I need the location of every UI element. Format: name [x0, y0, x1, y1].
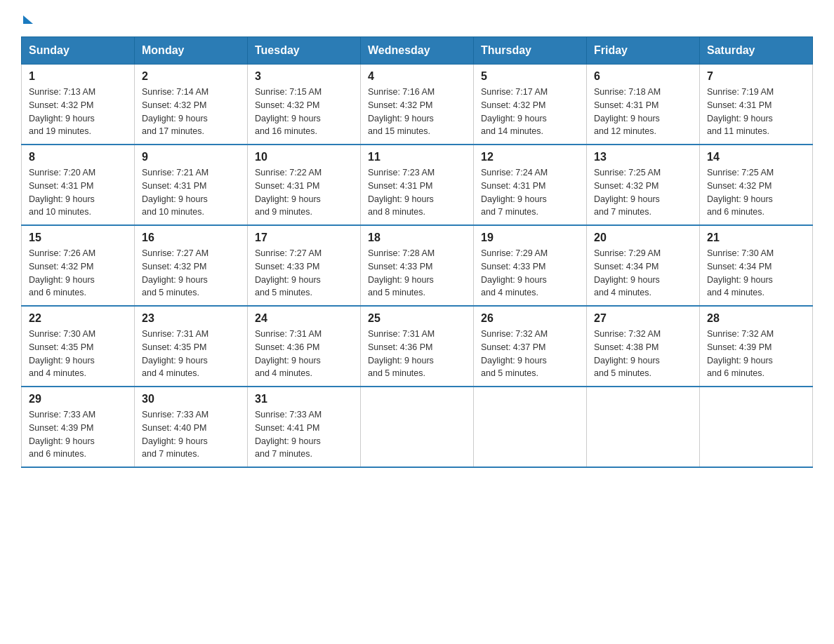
day-number: 18	[368, 232, 466, 244]
calendar-cell: 27 Sunrise: 7:32 AMSunset: 4:38 PMDaylig…	[587, 306, 700, 387]
day-info: Sunrise: 7:22 AMSunset: 4:31 PMDaylight:…	[255, 168, 322, 217]
page-header	[21, 14, 813, 22]
calendar-cell: 15 Sunrise: 7:26 AMSunset: 4:32 PMDaylig…	[22, 225, 135, 306]
day-info: Sunrise: 7:27 AMSunset: 4:33 PMDaylight:…	[255, 248, 322, 297]
calendar-table: SundayMondayTuesdayWednesdayThursdayFrid…	[21, 36, 813, 468]
day-info: Sunrise: 7:32 AMSunset: 4:39 PMDaylight:…	[707, 329, 774, 378]
calendar-cell: 22 Sunrise: 7:30 AMSunset: 4:35 PMDaylig…	[22, 306, 135, 387]
day-info: Sunrise: 7:18 AMSunset: 4:31 PMDaylight:…	[594, 87, 661, 136]
logo-arrow-icon	[23, 15, 33, 24]
calendar-week-row: 1 Sunrise: 7:13 AMSunset: 4:32 PMDayligh…	[22, 65, 813, 145]
day-info: Sunrise: 7:20 AMSunset: 4:31 PMDaylight:…	[29, 168, 95, 217]
day-number: 7	[707, 70, 805, 83]
day-number: 29	[29, 393, 127, 405]
calendar-cell: 9 Sunrise: 7:21 AMSunset: 4:31 PMDayligh…	[135, 145, 248, 225]
day-number: 25	[368, 312, 466, 325]
calendar-cell: 26 Sunrise: 7:32 AMSunset: 4:37 PMDaylig…	[474, 306, 587, 387]
day-info: Sunrise: 7:31 AMSunset: 4:36 PMDaylight:…	[255, 329, 322, 378]
day-number: 1	[29, 70, 127, 83]
calendar-cell: 17 Sunrise: 7:27 AMSunset: 4:33 PMDaylig…	[248, 225, 361, 306]
calendar-cell: 1 Sunrise: 7:13 AMSunset: 4:32 PMDayligh…	[22, 65, 135, 145]
day-info: Sunrise: 7:33 AMSunset: 4:40 PMDaylight:…	[142, 410, 208, 459]
day-info: Sunrise: 7:13 AMSunset: 4:32 PMDaylight:…	[29, 87, 95, 136]
day-number: 27	[594, 312, 692, 325]
day-number: 16	[142, 232, 240, 244]
calendar-cell: 24 Sunrise: 7:31 AMSunset: 4:36 PMDaylig…	[248, 306, 361, 387]
weekday-header-row: SundayMondayTuesdayWednesdayThursdayFrid…	[22, 37, 813, 65]
day-number: 13	[594, 151, 692, 163]
calendar-cell: 25 Sunrise: 7:31 AMSunset: 4:36 PMDaylig…	[361, 306, 474, 387]
day-number: 21	[707, 232, 805, 244]
day-number: 14	[707, 151, 805, 163]
weekday-header-tuesday: Tuesday	[248, 37, 361, 65]
calendar-cell: 18 Sunrise: 7:28 AMSunset: 4:33 PMDaylig…	[361, 225, 474, 306]
day-info: Sunrise: 7:26 AMSunset: 4:32 PMDaylight:…	[29, 248, 95, 297]
day-number: 19	[481, 232, 579, 244]
day-info: Sunrise: 7:31 AMSunset: 4:36 PMDaylight:…	[368, 329, 435, 378]
day-info: Sunrise: 7:25 AMSunset: 4:32 PMDaylight:…	[594, 168, 661, 217]
day-number: 28	[707, 312, 805, 325]
day-number: 24	[255, 312, 353, 325]
calendar-cell	[361, 387, 474, 467]
day-info: Sunrise: 7:16 AMSunset: 4:32 PMDaylight:…	[368, 87, 435, 136]
calendar-cell: 11 Sunrise: 7:23 AMSunset: 4:31 PMDaylig…	[361, 145, 474, 225]
day-number: 10	[255, 151, 353, 163]
day-number: 6	[594, 70, 692, 83]
day-number: 3	[255, 70, 353, 83]
day-info: Sunrise: 7:30 AMSunset: 4:35 PMDaylight:…	[29, 329, 95, 378]
calendar-cell: 6 Sunrise: 7:18 AMSunset: 4:31 PMDayligh…	[587, 65, 700, 145]
day-number: 8	[29, 151, 127, 163]
calendar-cell: 5 Sunrise: 7:17 AMSunset: 4:32 PMDayligh…	[474, 65, 587, 145]
weekday-header-wednesday: Wednesday	[361, 37, 474, 65]
calendar-body: 1 Sunrise: 7:13 AMSunset: 4:32 PMDayligh…	[22, 65, 813, 468]
calendar-week-row: 22 Sunrise: 7:30 AMSunset: 4:35 PMDaylig…	[22, 306, 813, 387]
calendar-week-row: 29 Sunrise: 7:33 AMSunset: 4:39 PMDaylig…	[22, 387, 813, 467]
calendar-cell: 20 Sunrise: 7:29 AMSunset: 4:34 PMDaylig…	[587, 225, 700, 306]
day-number: 12	[481, 151, 579, 163]
calendar-cell: 4 Sunrise: 7:16 AMSunset: 4:32 PMDayligh…	[361, 65, 474, 145]
day-number: 2	[142, 70, 240, 83]
day-info: Sunrise: 7:19 AMSunset: 4:31 PMDaylight:…	[707, 87, 774, 136]
calendar-cell	[700, 387, 813, 467]
day-number: 11	[368, 151, 466, 163]
calendar-cell: 8 Sunrise: 7:20 AMSunset: 4:31 PMDayligh…	[22, 145, 135, 225]
day-info: Sunrise: 7:33 AMSunset: 4:39 PMDaylight:…	[29, 410, 95, 459]
day-info: Sunrise: 7:25 AMSunset: 4:32 PMDaylight:…	[707, 168, 774, 217]
day-info: Sunrise: 7:15 AMSunset: 4:32 PMDaylight:…	[255, 87, 322, 136]
day-number: 26	[481, 312, 579, 325]
day-number: 9	[142, 151, 240, 163]
day-info: Sunrise: 7:32 AMSunset: 4:37 PMDaylight:…	[481, 329, 548, 378]
day-info: Sunrise: 7:28 AMSunset: 4:33 PMDaylight:…	[368, 248, 435, 297]
day-info: Sunrise: 7:17 AMSunset: 4:32 PMDaylight:…	[481, 87, 548, 136]
calendar-cell: 16 Sunrise: 7:27 AMSunset: 4:32 PMDaylig…	[135, 225, 248, 306]
day-info: Sunrise: 7:21 AMSunset: 4:31 PMDaylight:…	[142, 168, 208, 217]
calendar-cell: 29 Sunrise: 7:33 AMSunset: 4:39 PMDaylig…	[22, 387, 135, 467]
day-number: 23	[142, 312, 240, 325]
calendar-cell: 12 Sunrise: 7:24 AMSunset: 4:31 PMDaylig…	[474, 145, 587, 225]
weekday-header-friday: Friday	[587, 37, 700, 65]
day-number: 15	[29, 232, 127, 244]
calendar-cell: 10 Sunrise: 7:22 AMSunset: 4:31 PMDaylig…	[248, 145, 361, 225]
calendar-cell: 3 Sunrise: 7:15 AMSunset: 4:32 PMDayligh…	[248, 65, 361, 145]
day-info: Sunrise: 7:32 AMSunset: 4:38 PMDaylight:…	[594, 329, 661, 378]
logo	[21, 14, 33, 22]
day-number: 4	[368, 70, 466, 83]
calendar-cell: 14 Sunrise: 7:25 AMSunset: 4:32 PMDaylig…	[700, 145, 813, 225]
weekday-header-thursday: Thursday	[474, 37, 587, 65]
day-info: Sunrise: 7:29 AMSunset: 4:33 PMDaylight:…	[481, 248, 548, 297]
calendar-cell: 21 Sunrise: 7:30 AMSunset: 4:34 PMDaylig…	[700, 225, 813, 306]
day-number: 31	[255, 393, 353, 405]
day-info: Sunrise: 7:29 AMSunset: 4:34 PMDaylight:…	[594, 248, 661, 297]
calendar-cell: 30 Sunrise: 7:33 AMSunset: 4:40 PMDaylig…	[135, 387, 248, 467]
calendar-cell: 2 Sunrise: 7:14 AMSunset: 4:32 PMDayligh…	[135, 65, 248, 145]
weekday-header-saturday: Saturday	[700, 37, 813, 65]
calendar-week-row: 8 Sunrise: 7:20 AMSunset: 4:31 PMDayligh…	[22, 145, 813, 225]
calendar-cell	[474, 387, 587, 467]
calendar-cell: 13 Sunrise: 7:25 AMSunset: 4:32 PMDaylig…	[587, 145, 700, 225]
day-number: 5	[481, 70, 579, 83]
day-number: 17	[255, 232, 353, 244]
day-info: Sunrise: 7:14 AMSunset: 4:32 PMDaylight:…	[142, 87, 208, 136]
calendar-cell: 28 Sunrise: 7:32 AMSunset: 4:39 PMDaylig…	[700, 306, 813, 387]
day-number: 20	[594, 232, 692, 244]
day-info: Sunrise: 7:24 AMSunset: 4:31 PMDaylight:…	[481, 168, 548, 217]
